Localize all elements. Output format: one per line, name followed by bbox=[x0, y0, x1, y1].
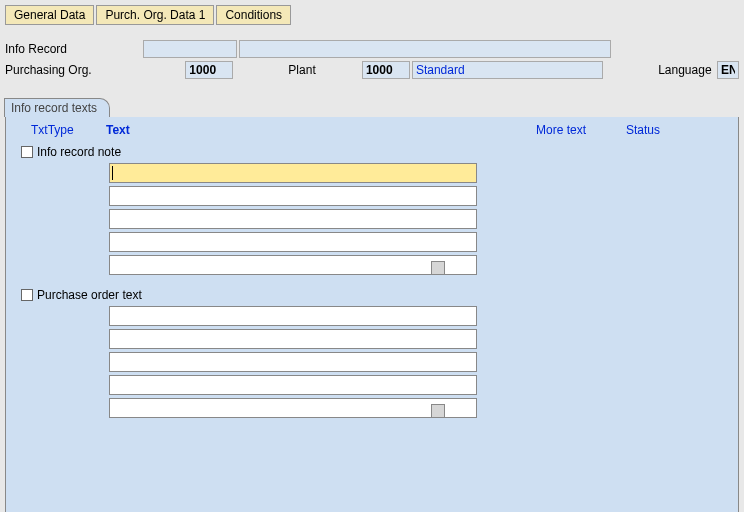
info-record-note-line-4[interactable] bbox=[109, 232, 477, 252]
section-title-info-record-note: Info record note bbox=[37, 145, 121, 159]
info-record-note-line-2[interactable] bbox=[109, 186, 477, 206]
purch-org-input[interactable] bbox=[185, 61, 233, 79]
purchase-order-text-line-3[interactable] bbox=[109, 352, 477, 372]
column-headers: TxtType Text More text Status bbox=[6, 117, 738, 145]
purchase-order-text-line-5[interactable] bbox=[109, 398, 477, 418]
col-status: Status bbox=[626, 123, 660, 137]
content-tab-row: Info record texts bbox=[5, 97, 739, 117]
col-txttype: TxtType bbox=[6, 123, 106, 137]
info-record-note-line-3[interactable] bbox=[109, 209, 477, 229]
plant-input[interactable] bbox=[362, 61, 410, 79]
header-section: Info Record Purchasing Org. Plant Langua… bbox=[0, 30, 744, 97]
content-panel: TxtType Text More text Status Info recor… bbox=[5, 117, 739, 512]
more-text-check-section-2[interactable] bbox=[431, 404, 445, 418]
purch-org-label: Purchasing Org. bbox=[5, 63, 185, 77]
info-record-desc-input[interactable] bbox=[239, 40, 611, 58]
text-lines-section-2: 2 bbox=[6, 306, 738, 421]
language-label: Language bbox=[603, 63, 717, 77]
section-header-purchase-order-text: Purchase order text bbox=[6, 288, 738, 302]
text-cursor-icon bbox=[112, 166, 113, 180]
col-more-text: More text bbox=[536, 123, 626, 137]
tab-general-data[interactable]: General Data bbox=[5, 5, 94, 25]
purchase-order-text-line-4[interactable] bbox=[109, 375, 477, 395]
info-record-note-line-1[interactable] bbox=[109, 163, 477, 183]
language-input[interactable] bbox=[717, 61, 739, 79]
section-header-info-record-note: Info record note bbox=[6, 145, 738, 159]
info-record-note-line-5[interactable] bbox=[109, 255, 477, 275]
tab-conditions[interactable]: Conditions bbox=[216, 5, 291, 25]
tab-purch-org-data-1[interactable]: Purch. Org. Data 1 bbox=[96, 5, 214, 25]
purchase-order-text-line-2[interactable] bbox=[109, 329, 477, 349]
tab-info-record-texts[interactable]: Info record texts bbox=[4, 98, 110, 117]
checkbox-info-record-note[interactable] bbox=[21, 146, 33, 158]
purchase-order-text-line-1[interactable] bbox=[109, 306, 477, 326]
tab-bar: General Data Purch. Org. Data 1 Conditio… bbox=[0, 0, 744, 30]
info-record-input[interactable] bbox=[143, 40, 237, 58]
text-lines-section-1: 1 bbox=[6, 163, 738, 278]
col-text: Text bbox=[106, 123, 536, 137]
plant-desc-input[interactable] bbox=[412, 61, 603, 79]
info-record-label: Info Record bbox=[5, 42, 143, 56]
checkbox-purchase-order-text[interactable] bbox=[21, 289, 33, 301]
section-title-purchase-order-text: Purchase order text bbox=[37, 288, 142, 302]
more-text-check-section-1[interactable] bbox=[431, 261, 445, 275]
plant-label: Plant bbox=[233, 63, 362, 77]
